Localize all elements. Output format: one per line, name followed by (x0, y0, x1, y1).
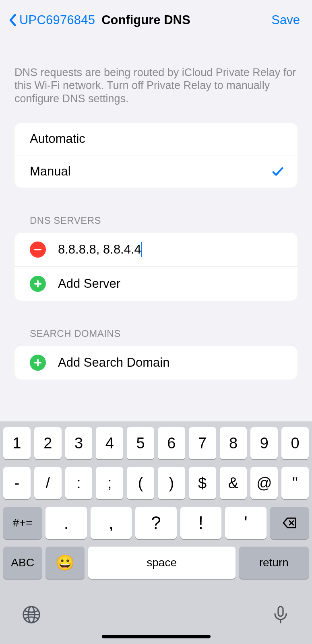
key-char[interactable]: & (220, 467, 247, 499)
checkmark-icon (271, 165, 285, 178)
key-char[interactable]: . (45, 507, 87, 539)
dns-server-input[interactable]: 8.8.8.8, 8.8.4.4 (58, 242, 141, 257)
mode-group: Automatic Manual (14, 123, 298, 188)
key-char[interactable]: @ (250, 467, 278, 499)
dns-server-row[interactable]: 8.8.8.8, 8.8.4.4 (14, 233, 298, 266)
key-5[interactable]: 5 (127, 427, 154, 459)
add-icon (30, 355, 46, 371)
description-text: DNS requests are being routed by iCloud … (14, 39, 298, 123)
page-title: Configure DNS (101, 13, 190, 27)
key-abc[interactable]: ABC (3, 547, 42, 579)
key-char[interactable]: , (91, 507, 132, 539)
add-server-label: Add Server (58, 277, 285, 291)
mode-option-manual[interactable]: Manual (14, 155, 298, 188)
key-8[interactable]: 8 (220, 427, 247, 459)
mode-option-automatic[interactable]: Automatic (14, 123, 298, 155)
key-2[interactable]: 2 (34, 427, 62, 459)
search-domains-group: Add Search Domain (14, 346, 298, 380)
key-char[interactable]: - (3, 467, 31, 499)
home-indicator (102, 635, 211, 638)
navigation-bar: UPC6976845 Configure DNS Save (0, 0, 312, 39)
section-header-dns-servers: DNS SERVERS (14, 188, 298, 233)
add-icon (30, 276, 46, 292)
key-6[interactable]: 6 (158, 427, 185, 459)
save-button[interactable]: Save (271, 13, 300, 27)
key-char[interactable]: ' (225, 507, 266, 539)
key-9[interactable]: 9 (250, 427, 278, 459)
globe-icon[interactable] (22, 605, 41, 624)
add-server-row[interactable]: Add Server (14, 266, 298, 301)
keyboard: 1234567890 -/:;()$&@" #+= .,?!' ABC 😀 sp… (0, 421, 312, 644)
key-char[interactable]: / (34, 467, 62, 499)
key-space[interactable]: space (88, 547, 236, 579)
add-search-domain-row[interactable]: Add Search Domain (14, 346, 298, 380)
key-char[interactable]: ; (96, 467, 123, 499)
svg-rect-5 (278, 607, 283, 616)
key-symbols[interactable]: #+= (3, 507, 42, 539)
mode-option-label: Automatic (30, 132, 285, 146)
key-return[interactable]: return (239, 547, 309, 579)
add-search-domain-label: Add Search Domain (58, 355, 285, 370)
key-char[interactable]: ? (135, 507, 176, 539)
key-emoji[interactable]: 😀 (45, 547, 84, 579)
microphone-icon[interactable] (271, 605, 290, 624)
back-button-label[interactable]: UPC6976845 (19, 13, 95, 27)
key-1[interactable]: 1 (3, 427, 31, 459)
key-0[interactable]: 0 (281, 427, 309, 459)
key-backspace[interactable] (270, 507, 309, 539)
key-char[interactable]: ( (127, 467, 154, 499)
key-4[interactable]: 4 (96, 427, 123, 459)
key-7[interactable]: 7 (189, 427, 216, 459)
mode-option-label: Manual (30, 164, 271, 179)
section-header-search-domains: SEARCH DOMAINS (14, 301, 298, 346)
remove-icon[interactable] (30, 242, 46, 258)
key-char[interactable]: : (65, 467, 93, 499)
key-char[interactable]: " (281, 467, 309, 499)
key-char[interactable]: ! (180, 507, 221, 539)
key-3[interactable]: 3 (65, 427, 93, 459)
key-char[interactable]: $ (189, 467, 216, 499)
dns-servers-group: 8.8.8.8, 8.8.4.4 Add Server (14, 233, 298, 301)
text-cursor (141, 242, 142, 257)
key-char[interactable]: ) (158, 467, 185, 499)
back-chevron-icon[interactable] (8, 14, 17, 27)
